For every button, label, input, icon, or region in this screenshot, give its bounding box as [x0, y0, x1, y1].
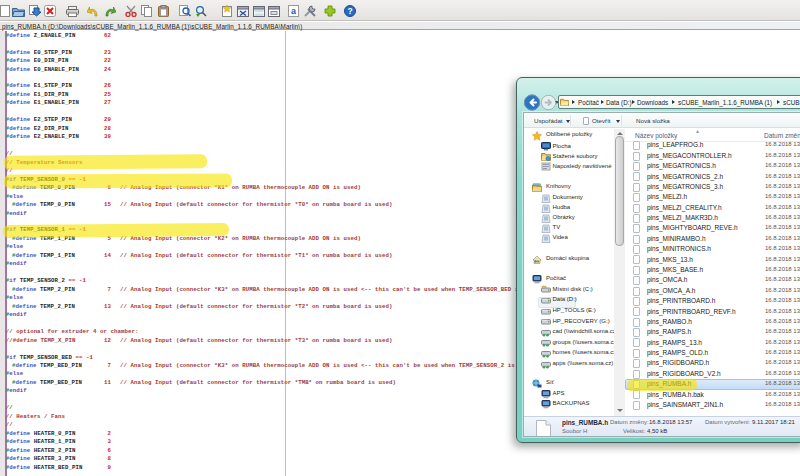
- svg-text:?: ?: [347, 6, 352, 16]
